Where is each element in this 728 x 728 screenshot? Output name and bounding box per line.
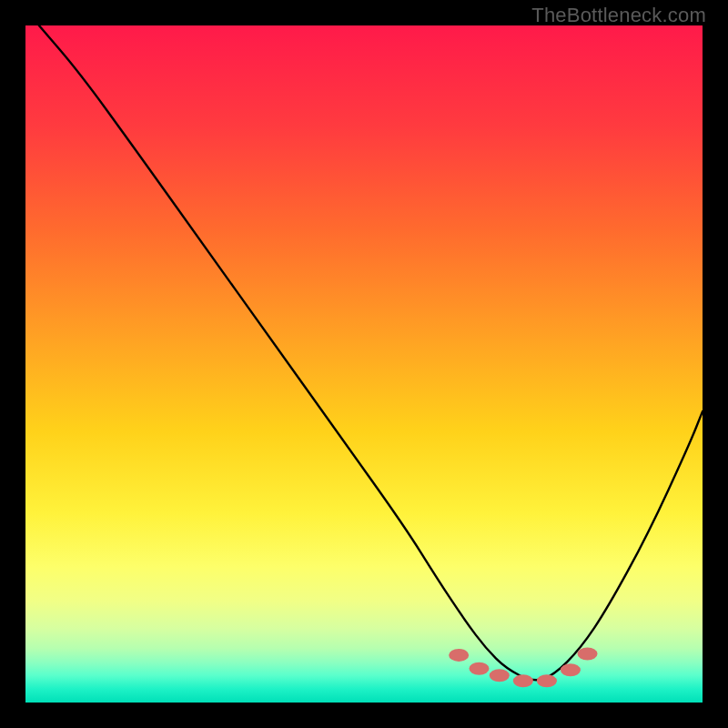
optimal-dot xyxy=(513,674,533,687)
optimal-dot xyxy=(469,662,489,675)
watermark-text: TheBottleneck.com xyxy=(531,4,706,27)
optimal-dot xyxy=(490,669,510,682)
plot-area xyxy=(25,25,703,703)
optimal-zone-dots xyxy=(25,25,703,703)
optimal-dot xyxy=(537,674,557,687)
optimal-dot xyxy=(561,663,581,676)
chart-container: TheBottleneck.com xyxy=(0,0,728,728)
optimal-dot xyxy=(449,649,469,662)
optimal-dot xyxy=(578,647,598,660)
